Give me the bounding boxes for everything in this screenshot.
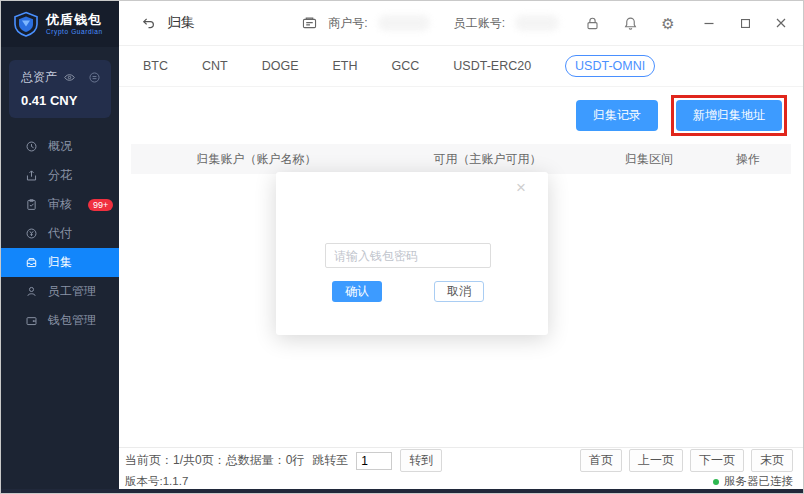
next-page-button[interactable]: 下一页 — [690, 449, 744, 472]
sidebar-item-review[interactable]: 审核 99+ — [1, 190, 119, 219]
jump-page-input[interactable] — [356, 452, 392, 470]
staff-label: 员工账号: — [454, 15, 505, 32]
app-window: 优盾钱包 Crypto Guardian 总资产 0.41 C — [0, 0, 804, 494]
currency-circle-icon[interactable] — [88, 71, 101, 84]
sidebar-item-label: 归集 — [48, 254, 72, 271]
sidebar-item-collection[interactable]: 归集 — [1, 248, 119, 277]
eye-icon[interactable] — [63, 71, 76, 84]
pagination-summary: 当前页：1/共0页：总数据量：0行 — [125, 452, 304, 469]
app-subtitle: Crypto Guardian — [46, 27, 103, 36]
tab-gcc[interactable]: GCC — [392, 59, 420, 73]
shield-logo-icon — [13, 11, 39, 37]
minimize-button[interactable] — [701, 17, 717, 29]
annotation-highlight-box: 新增归集地址 — [671, 95, 787, 136]
sidebar-item-distribute[interactable]: 分花 — [1, 161, 119, 190]
tab-usdt-erc20[interactable]: USDT-ERC20 — [453, 59, 531, 73]
lock-icon[interactable] — [583, 16, 601, 31]
col-actions: 操作 — [705, 151, 791, 168]
merchant-card-icon — [300, 17, 318, 30]
col-available: 可用（主账户可用） — [382, 151, 593, 168]
coin-tabs: BTC CNT DOGE ETH GCC USDT-ERC20 USDT-OMN… — [119, 46, 803, 87]
sidebar-nav: 概况 分花 审核 99+ 代付 归集 员工管理 — [1, 132, 119, 335]
prev-page-button[interactable]: 上一页 — [629, 449, 683, 472]
jump-label: 跳转至 — [312, 452, 348, 469]
sidebar-item-label: 概况 — [48, 138, 72, 155]
pagination-bar: 当前页：1/共0页：总数据量：0行 跳转至 转到 首页 上一页 下一页 末页 — [119, 447, 803, 473]
total-assets-label: 总资产 — [21, 69, 57, 86]
server-status-label: 服务器已连接 — [724, 474, 793, 489]
total-assets-panel: 总资产 0.41 CNY — [9, 60, 111, 118]
sidebar-item-label: 分花 — [48, 167, 72, 184]
version-label: 版本号:1.1.7 — [125, 474, 188, 489]
app-logo: 优盾钱包 Crypto Guardian — [1, 1, 119, 47]
tab-btc[interactable]: BTC — [143, 59, 168, 73]
first-page-button[interactable]: 首页 — [580, 449, 622, 472]
review-count-badge: 99+ — [88, 199, 113, 211]
sidebar-item-label: 员工管理 — [48, 283, 96, 300]
back-undo-icon[interactable] — [139, 16, 157, 31]
app-title: 优盾钱包 — [46, 13, 103, 27]
sidebar: 优盾钱包 Crypto Guardian 总资产 0.41 C — [1, 1, 119, 489]
confirm-button[interactable]: 确认 — [332, 281, 382, 302]
toolbar: 归集记录 新增归集地址 — [119, 87, 803, 142]
add-collection-address-button[interactable]: 新增归集地址 — [676, 100, 782, 131]
cancel-button[interactable]: 取消 — [434, 281, 484, 302]
close-button[interactable] — [773, 17, 789, 29]
last-page-button[interactable]: 末页 — [751, 449, 793, 472]
jump-go-button[interactable]: 转到 — [400, 449, 442, 472]
merchant-label: 商户号: — [328, 15, 367, 32]
tab-doge[interactable]: DOGE — [262, 59, 299, 73]
col-collection-account: 归集账户（账户名称） — [131, 151, 382, 168]
window-bottom-edge — [1, 489, 803, 493]
sidebar-item-label: 钱包管理 — [48, 312, 96, 329]
wallet-password-input[interactable] — [325, 243, 491, 268]
status-bar: 版本号:1.1.7 服务器已连接 — [119, 473, 803, 490]
wallet-password-dialog: × 确认 取消 — [276, 172, 548, 335]
sidebar-item-label: 代付 — [48, 225, 72, 242]
table-header: 归集账户（账户名称） 可用（主账户可用） 归集区间 操作 — [131, 144, 791, 174]
tab-eth[interactable]: ETH — [333, 59, 358, 73]
server-status-dot — [713, 479, 719, 485]
tab-usdt-omni[interactable]: USDT-OMNI — [565, 55, 655, 77]
sidebar-item-label: 审核 — [48, 196, 72, 213]
merchant-value-redacted — [378, 15, 430, 31]
bell-icon[interactable] — [621, 16, 639, 31]
col-collection-range: 归集区间 — [593, 151, 705, 168]
sidebar-item-wallet[interactable]: 钱包管理 — [1, 306, 119, 335]
sidebar-item-payment[interactable]: 代付 — [1, 219, 119, 248]
dialog-close-icon[interactable]: × — [516, 178, 526, 198]
page-title: 归集 — [167, 14, 195, 32]
maximize-button[interactable] — [737, 18, 753, 29]
staff-value-redacted — [515, 15, 559, 31]
gear-icon[interactable]: ⚙ — [659, 16, 677, 31]
sidebar-item-staff[interactable]: 员工管理 — [1, 277, 119, 306]
tab-cnt[interactable]: CNT — [202, 59, 228, 73]
total-assets-value: 0.41 CNY — [21, 93, 101, 108]
collection-history-button[interactable]: 归集记录 — [576, 100, 658, 131]
sidebar-item-overview[interactable]: 概况 — [1, 132, 119, 161]
topbar: 归集 商户号: 员工账号: ⚙ — [119, 1, 803, 46]
